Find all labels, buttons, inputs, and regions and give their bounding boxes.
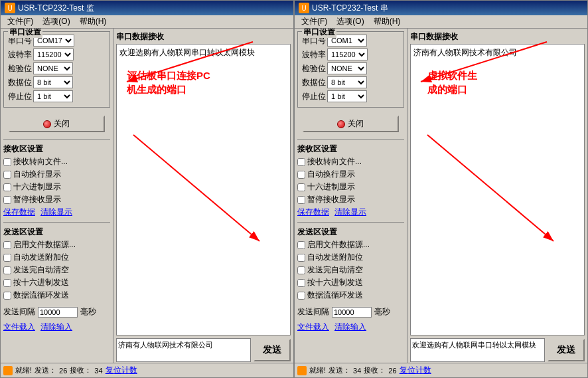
status-text-1: 就绪!: [15, 365, 32, 375]
close-label-2: 关闭: [348, 118, 364, 130]
recv-cb-2-1[interactable]: [3, 183, 11, 191]
check-select-1[interactable]: NONE: [33, 62, 73, 74]
menu-options-2[interactable]: 选项(O): [332, 15, 368, 28]
interval-input-2[interactable]: [332, 307, 372, 318]
recv-stat-value-2: 26: [388, 367, 396, 375]
send-settings-2: 发送区设置 启用文件数据源... 自动发送附加位 发送完自动清空 按十六进制发送: [297, 227, 404, 302]
recv-opt-0-1: 接收转向文件...: [3, 156, 110, 167]
stop-label-2: 停止位: [301, 91, 326, 102]
send-opt-1-2: 自动发送附加位: [297, 252, 404, 263]
close-button-2[interactable]: 关闭: [303, 116, 399, 132]
stop-row-2: 停止位 1 bit: [301, 90, 401, 102]
recv-cb-3-1[interactable]: [3, 196, 11, 204]
menubar-2: 文件(F) 选项(O) 帮助(H): [295, 15, 587, 29]
baud-select-1[interactable]: 115200: [33, 48, 74, 60]
check-select-2[interactable]: NONE: [327, 62, 367, 74]
serial-settings-title-2: 串口设置: [302, 29, 336, 38]
titlebar-2: U USR-TCP232-Test 串: [295, 1, 587, 15]
baud-row-2: 波特率 115200: [301, 48, 401, 60]
send-stat-value-1: 26: [59, 367, 67, 375]
reset-count-2[interactable]: 复位计数: [400, 365, 431, 376]
data-label-2: 数据位: [301, 77, 326, 88]
status-icon-2: [297, 366, 307, 375]
app-icon-2: U: [299, 3, 309, 13]
send-cb-3-2[interactable]: [297, 279, 305, 287]
clear-input-link-2[interactable]: 清除输入: [334, 322, 366, 333]
send-opt-3-1: 按十六进制发送: [3, 277, 110, 288]
send-textarea-1[interactable]: 济南有人物联网技术有限公司: [116, 338, 251, 362]
send-button-2[interactable]: 发送: [548, 339, 585, 361]
clear-input-link-1[interactable]: 清除输入: [40, 322, 72, 333]
menu-help-2[interactable]: 帮助(H): [370, 15, 405, 28]
menu-file-2[interactable]: 文件(F): [297, 15, 331, 28]
recv-title-1: 接收区设置: [3, 143, 110, 155]
titlebar-1: U USR-TCP232-Test 监: [1, 1, 293, 15]
reset-count-1[interactable]: 复位计数: [106, 365, 137, 376]
divider-4: [297, 222, 404, 223]
stop-label-1: 停止位: [7, 91, 32, 102]
window-2: U USR-TCP232-Test 串 文件(F) 选项(O) 帮助(H) 串口…: [294, 0, 588, 378]
recv-opt-2-1: 十六进制显示: [3, 181, 110, 193]
divider-2: [3, 222, 110, 223]
send-opt-3-2: 按十六进制发送: [297, 277, 404, 288]
close-button-1[interactable]: 关闭: [9, 116, 105, 132]
interval-label-1: 发送间隔: [3, 306, 35, 318]
data-select-2[interactable]: 8 bit: [327, 76, 367, 88]
recv-cb-0-1[interactable]: [3, 158, 11, 166]
send-cb-1-2[interactable]: [297, 254, 305, 262]
receive-area-2: 济南有人物联网技术有限公司: [410, 44, 585, 335]
recv-cb-0-2[interactable]: [297, 158, 305, 166]
send-button-1[interactable]: 发送: [254, 339, 291, 361]
send-cb-3-1[interactable]: [3, 279, 11, 287]
stop-select-2[interactable]: 1 bit: [327, 90, 367, 102]
send-cb-0-2[interactable]: [297, 241, 305, 249]
menu-help-1[interactable]: 帮助(H): [76, 15, 111, 28]
recv-cb-1-1[interactable]: [3, 171, 11, 179]
send-textarea-2[interactable]: 欢迎选购有人物联网串口转以太网模块: [410, 338, 545, 362]
recv-opt-1-2: 自动换行显示: [297, 169, 404, 180]
main-content-2: 串口设置 串口号 COM1 波特率 115200 检验位 NONE: [295, 29, 587, 363]
recv-area-title-1: 串口数据接收: [116, 31, 291, 43]
window-1: U USR-TCP232-Test 监 文件(F) 选项(O) 帮助(H) 串口…: [0, 0, 294, 378]
clear-display-link-2[interactable]: 清除显示: [334, 207, 366, 218]
recv-cb-3-2[interactable]: [297, 196, 305, 204]
data-select-1[interactable]: 8 bit: [33, 76, 73, 88]
clear-display-link-1[interactable]: 清除显示: [40, 207, 72, 218]
receive-area-1: 欢迎选购有人物联网串口转以太网模块: [116, 44, 291, 335]
file-load-link-2[interactable]: 文件载入: [297, 322, 329, 333]
right-panel-1: 串口数据接收 欢迎选购有人物联网串口转以太网模块 济南有人物联网技术有限公司 发…: [113, 29, 293, 363]
baud-select-2[interactable]: 115200: [327, 48, 368, 60]
send-cb-0-1[interactable]: [3, 241, 11, 249]
save-data-link-1[interactable]: 保存数据: [3, 207, 35, 218]
send-cb-4-2[interactable]: [297, 292, 305, 300]
receive-settings-1: 接收区设置 接收转向文件... 自动换行显示 十六进制显示 暂停接收显示: [3, 143, 110, 218]
recv-opt-0-2: 接收转向文件...: [297, 156, 404, 167]
app-icon-1: U: [5, 3, 15, 13]
recv-stat-label-1: 接收：: [70, 365, 92, 375]
save-data-link-2[interactable]: 保存数据: [297, 207, 329, 218]
divider-1: [3, 139, 110, 140]
send-cb-1-1[interactable]: [3, 254, 11, 262]
left-panel-1: 串口设置 串口号 COM17 波特率 115200 检验位 NONE: [1, 29, 113, 363]
recv-cb-2-2[interactable]: [297, 183, 305, 191]
stop-select-1[interactable]: 1 bit: [33, 90, 73, 102]
interval-input-1[interactable]: [38, 307, 78, 318]
send-cb-2-1[interactable]: [3, 266, 11, 274]
recv-area-title-2: 串口数据接收: [410, 31, 585, 43]
send-opt-0-2: 启用文件数据源...: [297, 239, 404, 250]
receive-settings-2: 接收区设置 接收转向文件... 自动换行显示 十六进制显示 暂停接收显示: [297, 143, 404, 218]
status-icon-1: [3, 366, 13, 375]
menu-file-1[interactable]: 文件(F): [3, 15, 37, 28]
send-cb-4-1[interactable]: [3, 292, 11, 300]
file-load-link-1[interactable]: 文件载入: [3, 322, 35, 333]
menu-options-1[interactable]: 选项(O): [38, 15, 74, 28]
send-cb-2-2[interactable]: [297, 266, 305, 274]
data-row-1: 数据位 8 bit: [7, 76, 107, 88]
send-area-1: 济南有人物联网技术有限公司 发送: [116, 338, 291, 362]
window-title-1: USR-TCP232-Test 监: [18, 3, 94, 14]
interval-row-2: 发送间隔 毫秒: [297, 306, 404, 318]
recv-cb-1-2[interactable]: [297, 171, 305, 179]
send-opt-2-2: 发送完自动清空: [297, 264, 404, 276]
check-label-2: 检验位: [301, 63, 326, 74]
bottom-links-2: 文件载入 清除输入: [297, 322, 404, 333]
